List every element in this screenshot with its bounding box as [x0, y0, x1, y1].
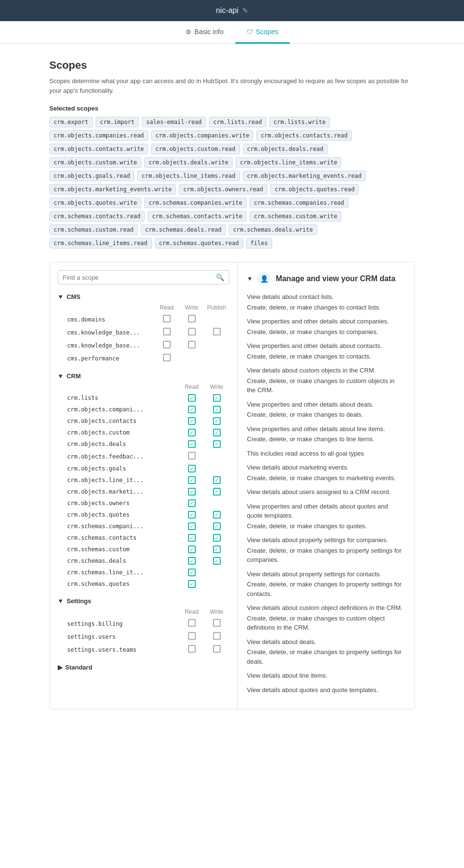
read-checkbox[interactable]: [179, 499, 204, 507]
read-checkbox[interactable]: [179, 632, 204, 641]
scope-description-line: View properties and other details about …: [247, 424, 405, 434]
scope-tag: crm.objects.companies.read: [50, 130, 149, 141]
scope-description-line: Create, delete, or make changes to prope…: [247, 546, 405, 565]
col-header-read: Read: [179, 384, 204, 390]
scope-description-line: View details about line items.: [247, 671, 405, 681]
write-checkbox[interactable]: [204, 645, 229, 654]
scope-description-block: View details about property settings for…: [247, 535, 405, 565]
scope-row: crm.schemas.contacts: [58, 532, 229, 544]
scope-description-block: This includes read access to all goal ty…: [247, 449, 405, 459]
top-header: nic-api ✎: [0, 0, 464, 21]
read-checkbox[interactable]: [179, 569, 204, 576]
read-checkbox[interactable]: [179, 452, 204, 461]
read-checkbox[interactable]: [154, 354, 179, 363]
read-checkbox[interactable]: [154, 315, 179, 324]
read-checkbox[interactable]: [179, 394, 204, 402]
read-checkbox[interactable]: [179, 522, 204, 530]
scope-name: crm.objects.goals: [67, 465, 179, 472]
search-input[interactable]: [63, 274, 212, 281]
scope-name: cms.knowledge_base...: [67, 342, 154, 349]
shield-icon: 🛡: [247, 28, 253, 36]
scope-description-line: Create, delete, or make changes to compa…: [247, 327, 405, 337]
scope-name: crm.schemas.line_it...: [67, 569, 179, 576]
write-checkbox[interactable]: [179, 328, 204, 337]
write-checkbox[interactable]: [204, 534, 229, 542]
publish-checkbox[interactable]: [204, 328, 229, 337]
scope-group-settings: ▼ SettingsReadWritesettings.billingsetti…: [58, 597, 229, 656]
write-checkbox[interactable]: [204, 511, 229, 519]
write-checkbox[interactable]: [204, 394, 229, 402]
scope-description-block: View properties and other details about …: [247, 424, 405, 444]
scope-tag: crm.import: [96, 117, 139, 127]
scope-row: crm.objects.compani...: [58, 404, 229, 415]
read-checkbox[interactable]: [179, 465, 204, 472]
scope-row: crm.objects.line_it...: [58, 474, 229, 486]
read-checkbox[interactable]: [179, 580, 204, 588]
scope-right-header: ▼ 👤 Manage and view your CRM data: [247, 272, 405, 285]
scope-right-panel: ▼ 👤 Manage and view your CRM data View d…: [238, 262, 414, 709]
scope-description-block: View details about custom object definit…: [247, 603, 405, 632]
scope-search-box[interactable]: 🔍: [58, 270, 229, 285]
scope-description-block: View details about property settings for…: [247, 570, 405, 599]
search-icon: 🔍: [216, 273, 224, 281]
scope-row: crm.schemas.deals: [58, 555, 229, 567]
chevron-icon: ▶: [58, 664, 63, 671]
write-checkbox[interactable]: [179, 341, 204, 350]
read-checkbox[interactable]: [179, 476, 204, 484]
scope-description-block: View properties and other details about …: [247, 502, 405, 531]
edit-icon[interactable]: ✎: [242, 7, 248, 14]
read-checkbox[interactable]: [179, 546, 204, 553]
write-checkbox[interactable]: [204, 488, 229, 496]
collapse-button[interactable]: ▼: [247, 275, 253, 282]
write-checkbox[interactable]: [204, 429, 229, 436]
scope-name: crm.objects.contacts: [67, 418, 179, 424]
scope-description-line: Create, delete, or make changes to line …: [247, 434, 405, 444]
read-checkbox[interactable]: [179, 619, 204, 628]
read-checkbox[interactable]: [179, 429, 204, 436]
scope-name: crm.objects.line_it...: [67, 477, 179, 484]
write-checkbox[interactable]: [204, 632, 229, 641]
write-checkbox[interactable]: [204, 557, 229, 565]
read-checkbox[interactable]: [154, 328, 179, 337]
write-checkbox[interactable]: [204, 440, 229, 448]
write-checkbox[interactable]: [204, 619, 229, 628]
scope-tag: crm.schemas.deals.read: [141, 224, 226, 235]
scope-description-line: View details about custom object definit…: [247, 603, 405, 613]
write-checkbox[interactable]: [204, 417, 229, 425]
read-checkbox[interactable]: [154, 341, 179, 350]
scope-description-block: View details about line items.: [247, 671, 405, 681]
read-checkbox[interactable]: [179, 440, 204, 448]
read-checkbox[interactable]: [179, 417, 204, 425]
scope-group-crm: ▼ CRMReadWritecrm.listscrm.objects.compa…: [58, 372, 229, 590]
scope-picker: 🔍 ▼ CMSReadWritePublishcms.domainscms.kn…: [50, 262, 415, 709]
write-checkbox[interactable]: [179, 315, 204, 324]
write-checkbox[interactable]: [204, 522, 229, 530]
scope-description-line: Create, delete, or make changes to prope…: [247, 647, 405, 666]
read-checkbox[interactable]: [179, 488, 204, 496]
scope-description-line: View details about quotes and quote temp…: [247, 685, 405, 695]
scope-description-block: View properties and other details about …: [247, 341, 405, 361]
scope-tag: crm.objects.custom.write: [50, 157, 141, 168]
scope-group-header-settings[interactable]: ▼ Settings: [58, 597, 229, 605]
tab-scopes[interactable]: 🛡 Scopes: [235, 21, 290, 44]
scope-description-line: View details about property settings for…: [247, 535, 405, 545]
scope-name: crm.schemas.deals: [67, 558, 179, 564]
write-checkbox[interactable]: [204, 476, 229, 484]
scope-row: crm.objects.quotes: [58, 509, 229, 521]
scope-group-header-standard[interactable]: ▶ Standard: [58, 664, 229, 671]
tab-basic-info[interactable]: ⚙ Basic info: [174, 21, 235, 44]
scope-name: crm.lists: [67, 395, 179, 401]
read-checkbox[interactable]: [179, 534, 204, 542]
write-checkbox[interactable]: [204, 406, 229, 413]
scope-group-header-cms[interactable]: ▼ CMS: [58, 293, 229, 300]
scope-row: crm.schemas.custom: [58, 544, 229, 555]
write-checkbox[interactable]: [204, 546, 229, 553]
read-checkbox[interactable]: [179, 406, 204, 413]
read-checkbox[interactable]: [179, 557, 204, 565]
scope-description-block: View properties and other details about …: [247, 400, 405, 420]
scope-group-header-crm[interactable]: ▼ CRM: [58, 372, 229, 380]
scope-description-line: Create, delete, or make changes to deals…: [247, 410, 405, 420]
scope-tag: crm.objects.marketing_events.read: [243, 171, 366, 181]
read-checkbox[interactable]: [179, 511, 204, 519]
read-checkbox[interactable]: [179, 645, 204, 654]
